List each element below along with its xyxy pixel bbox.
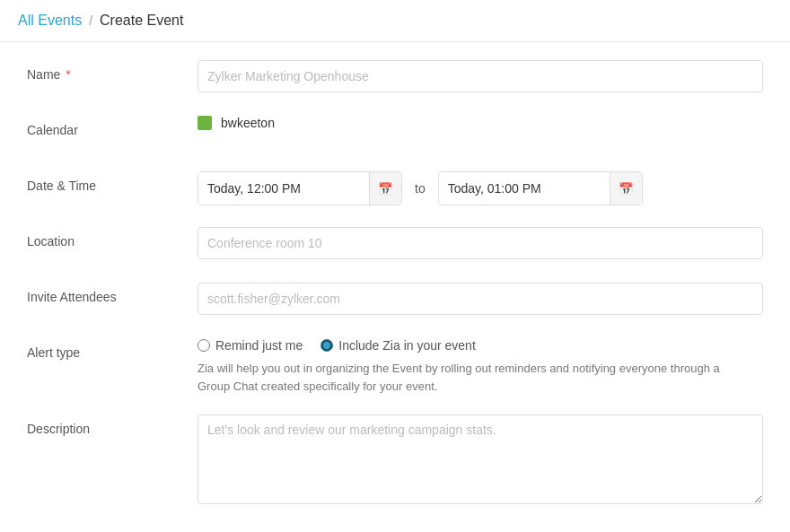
radio-remind-input[interactable] — [198, 339, 210, 352]
datetime-inputs: 📅 to 📅 — [198, 171, 763, 205]
location-input[interactable] — [198, 227, 763, 259]
alert-description: Zia will help you out in organizing the … — [198, 360, 736, 395]
start-datetime-wrapper: 📅 — [198, 171, 402, 205]
calendar-icon-end: 📅 — [619, 182, 634, 196]
description-row: Description — [27, 414, 763, 507]
calendar-label: Calendar — [27, 116, 198, 137]
end-datetime-input[interactable] — [439, 172, 610, 205]
name-row: Name * — [27, 60, 763, 96]
location-row: Location — [27, 227, 763, 263]
breadcrumb: All Events / Create Event — [18, 13, 772, 29]
datetime-row: Date & Time 📅 to 📅 — [27, 171, 763, 207]
datetime-field: 📅 to 📅 — [198, 171, 763, 205]
description-field — [198, 414, 763, 507]
name-field — [198, 60, 763, 92]
name-label: Name * — [27, 60, 198, 82]
description-label: Description — [27, 414, 198, 436]
name-input[interactable] — [198, 60, 763, 92]
description-input[interactable] — [198, 414, 763, 504]
calendar-row: Calendar bwkeeton — [27, 116, 763, 152]
radio-group: Remind just me Include Zia in your event — [198, 338, 763, 353]
radio-zia-input[interactable] — [320, 339, 333, 352]
attendees-row: Invite Attendees — [27, 283, 763, 318]
alert-type-field: Remind just me Include Zia in your event… — [198, 338, 763, 395]
to-separator: to — [411, 181, 429, 196]
datetime-label: Date & Time — [27, 171, 198, 193]
calendar-field: bwkeeton — [198, 116, 763, 130]
start-datetime-picker-button[interactable]: 📅 — [369, 172, 401, 205]
alert-type-label: Alert type — [27, 338, 198, 360]
attendees-input[interactable] — [198, 283, 763, 315]
start-datetime-input[interactable] — [198, 172, 369, 205]
calendar-color-swatch — [198, 116, 212, 130]
calendar-icon: 📅 — [378, 182, 393, 196]
calendar-name: bwkeeton — [221, 116, 275, 130]
attendees-label: Invite Attendees — [27, 283, 198, 304]
alert-type-options: Remind just me Include Zia in your event… — [198, 338, 763, 395]
alert-type-row: Alert type Remind just me Include Zia in… — [27, 338, 763, 395]
radio-option-zia[interactable]: Include Zia in your event — [320, 338, 476, 353]
location-label: Location — [27, 227, 198, 249]
location-field — [198, 227, 763, 259]
calendar-value-row: bwkeeton — [198, 116, 763, 130]
breadcrumb-separator: / — [89, 13, 92, 28]
top-bar: All Events / Create Event — [0, 0, 790, 42]
radio-option-remind[interactable]: Remind just me — [198, 338, 303, 353]
end-datetime-picker-button[interactable]: 📅 — [610, 172, 642, 205]
create-event-form: Name * Calendar bwkeeton Date & Time 📅 — [0, 42, 790, 532]
name-required-marker: * — [66, 67, 70, 82]
radio-remind-label: Remind just me — [215, 338, 303, 353]
end-datetime-wrapper: 📅 — [438, 171, 643, 205]
all-events-link[interactable]: All Events — [18, 13, 82, 29]
radio-zia-label: Include Zia in your event — [338, 338, 476, 353]
attendees-field — [198, 283, 763, 315]
breadcrumb-current: Create Event — [100, 13, 183, 29]
